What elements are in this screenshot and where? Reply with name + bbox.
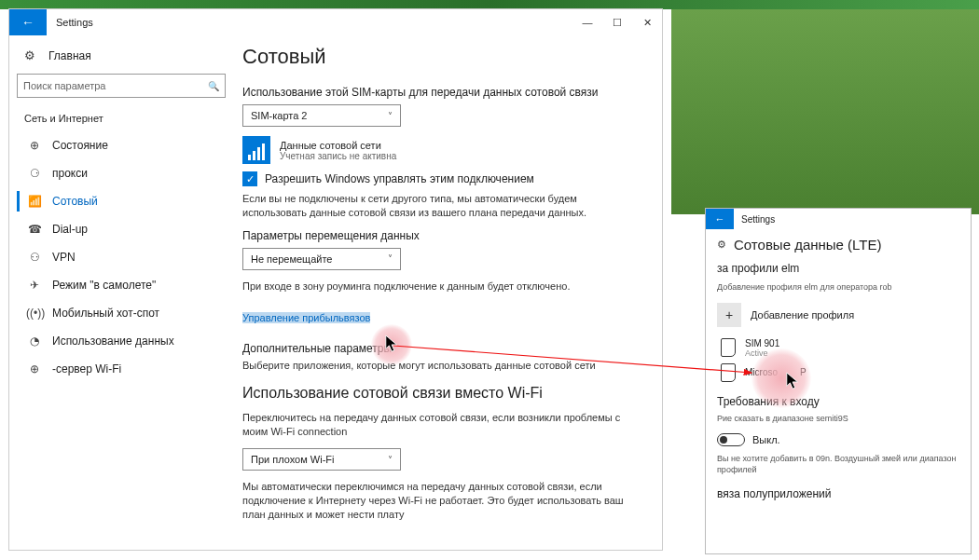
allow-windows-label: Разрешить Windows управлять этим подключ…: [265, 172, 534, 185]
nav-label: прокси: [52, 167, 88, 180]
auto-connect-paragraph: Если вы не подключены к сети другого тип…: [242, 192, 636, 220]
nav-item-4[interactable]: ⚇VPN: [17, 243, 233, 271]
toggle-off-icon[interactable]: [717, 433, 745, 446]
nav-icon: ☎: [26, 223, 43, 236]
nav-label: Использование данных: [52, 335, 174, 348]
page-title-2: Сотовые данные (LTE): [734, 237, 882, 253]
nav-icon: ⊕: [26, 139, 43, 152]
home-link[interactable]: ⚙ Главная: [17, 45, 233, 66]
gear-icon: ⚙: [24, 48, 39, 62]
window-title-2: Settings: [734, 214, 775, 225]
toggle-row[interactable]: Выкл.: [717, 433, 959, 446]
sim-usage-label: Использование этой SIM-карты для передач…: [242, 86, 636, 99]
category-header: Сеть и Интернет: [17, 111, 233, 131]
roaming-paragraph: При входе в зону роуминга подключение к …: [242, 280, 636, 294]
bottom-paragraph: Мы автоматически переключимся на передач…: [242, 480, 636, 522]
roaming-label: Параметры перемещения данных: [242, 229, 636, 242]
gear-icon: ⚙: [717, 239, 726, 251]
plus-icon: +: [717, 303, 741, 327]
chevron-down-icon: ˅: [388, 455, 393, 465]
nav-icon: ((•)): [26, 307, 43, 320]
chevron-down-icon: ˅: [388, 111, 393, 121]
sim-select-value: SIM-карта 2: [251, 110, 307, 121]
maximize-button[interactable]: ☐: [602, 9, 632, 35]
window-controls: — ☐ ✕: [572, 9, 662, 35]
content-pane: Сотовый Использование этой SIM-карты для…: [233, 35, 662, 550]
back-button-2[interactable]: ←: [706, 209, 734, 229]
window-title: Settings: [47, 17, 572, 28]
nav-icon: ⊕: [26, 362, 43, 376]
nav-label: Мобильный хот-спот: [52, 307, 159, 320]
sim-card-icon: [721, 363, 736, 382]
allow-windows-row[interactable]: ✓ Разрешить Windows управлять этим подкл…: [242, 171, 636, 186]
nav-item-6[interactable]: ((•))Мобильный хот-спот: [17, 299, 233, 327]
manage-profiles-link[interactable]: Управление прибыльвязов: [242, 312, 370, 323]
nav-label: VPN: [52, 251, 76, 264]
nav-label: Режим "в самолете": [52, 279, 156, 292]
toggle-label: Выкл.: [752, 434, 780, 445]
wifi-fallback-select[interactable]: При плохом Wi-Fi ˅: [242, 448, 401, 471]
back-button[interactable]: ←: [9, 9, 47, 35]
add-profile-label: Добавление профиля: [751, 309, 854, 321]
switch-paragraph: Переключитесь на передачу данных сотовой…: [242, 411, 636, 439]
signin-hint: Pие сказать в диапазоне semiti9S: [717, 414, 959, 425]
titlebar-2: ← Settings: [706, 209, 971, 229]
minimize-button[interactable]: —: [572, 9, 602, 35]
nav-item-5[interactable]: ✈Режим "в самолете": [17, 271, 233, 299]
search-icon: 🔍: [208, 81, 219, 91]
profiles-header: за профили elm: [717, 262, 959, 275]
nav-icon: ✈: [26, 279, 43, 292]
cellular-vs-wifi-heading: Использование сотовой связи вместо Wi-Fi: [242, 385, 636, 402]
additional-params-header: Дополнительные параметры: [242, 342, 636, 355]
settings-window-main: ← Settings — ☐ ✕ ⚙ Главная Поиск парамет…: [9, 9, 662, 550]
nav-item-2[interactable]: 📶Сотовый: [17, 187, 233, 215]
checkbox-checked-icon[interactable]: ✓: [242, 171, 257, 186]
nav-item-0[interactable]: ⊕Состояние: [17, 131, 233, 159]
nav-label: -сервер Wi-Fi: [52, 362, 121, 376]
sim-profile-2[interactable]: Microso P: [717, 363, 959, 382]
sidebar: ⚙ Главная Поиск параметра 🔍 Сеть и Интер…: [9, 35, 233, 550]
home-label: Главная: [48, 49, 91, 62]
sim-card-icon: [721, 338, 736, 357]
sim-1-name: SIM 901: [745, 338, 779, 348]
nav-icon: 📶: [26, 195, 43, 208]
roaming-select[interactable]: Не перемещайте ˅: [242, 248, 401, 270]
sim-2-suffix: P: [800, 367, 807, 377]
sim-2-name: Microso: [745, 367, 778, 377]
nav-icon: ⚆: [26, 167, 43, 180]
nav-item-1[interactable]: ⚆прокси: [17, 159, 233, 187]
cellular-data-row[interactable]: Данные сотовой сети Учетная запись не ак…: [242, 136, 636, 164]
desktop-bg-top: [0, 0, 979, 9]
signin-requirements-header: Требования к входу: [717, 395, 959, 408]
nav-label: Состояние: [52, 139, 108, 152]
nav-item-8[interactable]: ⊕-сервер Wi-Fi: [17, 355, 233, 383]
content-2: ⚙ Сотовые данные (LTE) за профили elm До…: [706, 229, 971, 515]
add-profile-row[interactable]: + Добавление профиля: [717, 303, 959, 327]
close-button[interactable]: ✕: [632, 9, 662, 35]
settings-window-secondary: ← Settings ⚙ Сотовые данные (LTE) за про…: [706, 209, 971, 553]
data-status: Учетная запись не активна: [280, 151, 396, 161]
desktop-bg-right: [671, 9, 979, 214]
nav-label: Dial-up: [52, 223, 88, 236]
sim-profile-1[interactable]: SIM 901 Active: [717, 338, 959, 358]
titlebar: ← Settings — ☐ ✕: [9, 9, 662, 35]
chevron-down-icon: ˅: [388, 253, 393, 264]
nav-icon: ⚇: [26, 251, 43, 264]
data-title: Данные сотовой сети: [280, 140, 396, 151]
signal-bars-icon: [242, 136, 270, 164]
add-profile-hint: Добавление профиля elm для оператора rob: [717, 282, 959, 294]
page-title: Сотовый: [242, 45, 636, 69]
sim-1-status: Active: [745, 348, 779, 358]
search-input[interactable]: Поиск параметра 🔍: [17, 74, 226, 98]
sim-select[interactable]: SIM-карта 2 ˅: [242, 104, 401, 127]
nav-item-7[interactable]: ◔Использование данных: [17, 327, 233, 355]
footer-text: вяза полуприложений: [717, 487, 959, 500]
hint-2: Вы не хотите добавить в 09n. Воздушный з…: [717, 454, 959, 475]
nav-icon: ◔: [26, 335, 43, 348]
wifi-fallback-value: При плохом Wi-Fi: [251, 454, 334, 465]
search-placeholder: Поиск параметра: [23, 80, 105, 91]
nav-item-3[interactable]: ☎Dial-up: [17, 215, 233, 243]
roaming-select-value: Не перемещайте: [251, 253, 332, 265]
nav-label: Сотовый: [52, 195, 98, 208]
additional-params-text: Выберите приложения, которые могут испол…: [242, 359, 636, 373]
